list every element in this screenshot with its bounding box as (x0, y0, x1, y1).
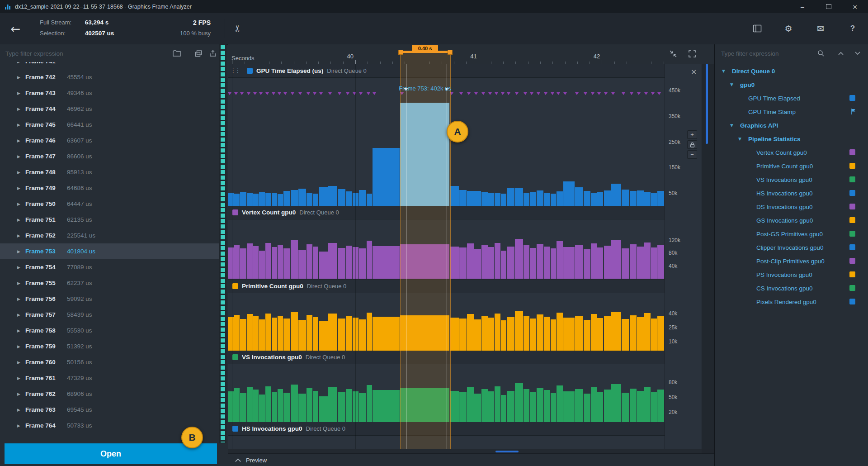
chart-bar[interactable] (544, 247, 550, 279)
chart-bar[interactable] (228, 247, 234, 279)
tree-item-ps-invocations-gpu0[interactable]: PS Invocations gpu0 (715, 268, 868, 281)
chart-bar[interactable] (557, 241, 563, 279)
chart-bar[interactable] (307, 244, 312, 279)
chart-bar[interactable] (283, 393, 290, 422)
chart-bar[interactable] (234, 194, 240, 206)
chart-bar[interactable] (557, 313, 563, 351)
chart-bar[interactable] (307, 193, 312, 206)
chart-bar[interactable] (544, 193, 550, 206)
tree-item-vertex-count-gpu0[interactable]: Vertex Count gpu0 (715, 146, 868, 159)
chart-bar[interactable] (637, 391, 644, 423)
chart-bar[interactable] (259, 251, 265, 279)
expand-arrow-icon[interactable]: ▶ (17, 408, 25, 412)
expand-arrow-icon[interactable]: ▶ (17, 75, 25, 80)
chart-bar[interactable] (450, 318, 459, 351)
frame-list-item[interactable]: ▶Frame 76147329 us (0, 370, 219, 386)
chart-bar[interactable] (622, 248, 629, 279)
tree-item-gpu0[interactable]: ▼gpu0 (715, 78, 868, 91)
frame-list-item[interactable]: ▶Frame 75064447 us (0, 196, 219, 212)
chart-bar[interactable] (501, 395, 506, 422)
chart-bar[interactable] (359, 393, 366, 422)
expand-arrow-icon[interactable]: ▶ (17, 233, 25, 238)
chart-bar[interactable] (253, 246, 259, 279)
chart-bar[interactable] (367, 313, 372, 351)
chart-bar[interactable] (524, 389, 529, 422)
chart-bar[interactable] (575, 187, 584, 206)
expand-arrow-icon[interactable]: ▶ (17, 376, 25, 380)
chart-bar[interactable] (604, 390, 611, 422)
chart-bar[interactable] (637, 317, 644, 351)
chart-bar[interactable] (328, 314, 337, 351)
chart-bar[interactable] (501, 320, 506, 351)
tree-item-post-clip-primitives-gpu0[interactable]: Post-Clip Primitives gpu0 (715, 254, 868, 268)
chart-bar[interactable] (259, 395, 265, 422)
chart-bar[interactable] (630, 315, 637, 351)
chart-bar[interactable] (319, 396, 328, 422)
frame-list-item[interactable]: ▶Frame 74349346 us (0, 85, 219, 101)
chart-header-hs-invocations[interactable]: HS Invocations gpu0 Direct Queue 0 (228, 422, 665, 436)
chart-bar[interactable] (247, 243, 253, 279)
expand-arrow-icon[interactable]: ▶ (17, 218, 25, 222)
feedback-button[interactable]: ✉ (812, 20, 829, 37)
close-button[interactable]: × (842, 0, 868, 13)
expand-arrow-icon[interactable]: ▶ (17, 186, 25, 190)
chart-bar[interactable] (240, 192, 246, 206)
chart-bar[interactable] (644, 313, 651, 351)
chart-bar[interactable] (584, 191, 590, 206)
capture-folder-button[interactable] (171, 48, 183, 59)
chart-bar[interactable] (622, 319, 629, 351)
chart-bar[interactable] (501, 251, 506, 279)
chart-bar[interactable] (591, 314, 597, 351)
chart-bar[interactable] (234, 388, 240, 422)
collapse-arrow-icon[interactable]: ▼ (730, 123, 740, 128)
frame-list-item[interactable]: ▶Frame 753401804 us (0, 243, 219, 259)
chart-bar[interactable] (530, 192, 536, 206)
expand-arrow-icon[interactable]: ▶ (17, 62, 25, 64)
chart-bar[interactable] (253, 316, 259, 351)
multiframe-view-button[interactable] (193, 48, 204, 59)
chart-bar[interactable] (551, 319, 556, 351)
tree-item-gs-invocations-gpu0[interactable]: GS Invocations gpu0 (715, 214, 868, 227)
chart-bar[interactable] (353, 193, 359, 206)
chart-bar[interactable] (495, 386, 500, 422)
series-color-swatch[interactable] (247, 68, 253, 74)
chart-bar[interactable] (563, 247, 575, 279)
chart-bar[interactable] (507, 188, 515, 206)
trim-capture-button[interactable]: ✂ (230, 21, 245, 36)
close-chart-button[interactable]: × (688, 67, 698, 76)
chart-bar[interactable] (495, 193, 500, 206)
frame-list-item[interactable]: ▶Frame 76050156 us (0, 354, 219, 370)
chart-bar[interactable] (328, 186, 337, 206)
open-button[interactable]: Open (5, 443, 217, 464)
tree-item-post-gs-primitives-gpu0[interactable]: Post-GS Primitives gpu0 (715, 227, 868, 241)
chart-bar[interactable] (247, 314, 253, 351)
chart-bar[interactable] (644, 387, 651, 422)
frame-list-item[interactable]: ▶Frame 74446962 us (0, 101, 219, 117)
chart-bar[interactable] (495, 314, 500, 351)
chart-bar[interactable] (657, 316, 664, 351)
fit-to-view-button[interactable] (668, 48, 679, 59)
chart-bar[interactable] (657, 390, 664, 422)
chart-bar[interactable] (259, 192, 265, 206)
frame-list-item[interactable]: ▶Frame 75562237 us (0, 275, 219, 291)
chart-bar[interactable] (524, 193, 529, 206)
chart-bar[interactable] (630, 244, 637, 279)
tree-item-direct-queue-0[interactable]: ▼Direct Queue 0 (715, 64, 868, 78)
chart-bar[interactable] (488, 318, 494, 351)
chart-bar[interactable] (367, 241, 372, 279)
chart-bar[interactable] (644, 192, 651, 206)
chart-bar[interactable] (591, 193, 597, 206)
chart-bar[interactable] (247, 193, 253, 206)
expand-arrow-icon[interactable]: ▶ (17, 297, 25, 301)
chart-bar[interactable] (488, 247, 494, 279)
expand-arrow-icon[interactable]: ▶ (17, 392, 25, 396)
chart-bar[interactable] (495, 243, 500, 279)
chart-bar[interactable] (611, 240, 622, 279)
chart-bar[interactable] (278, 389, 283, 422)
chart-bar[interactable] (353, 391, 359, 422)
frame-list-item[interactable]: ▶Frame 75951392 us (0, 338, 219, 354)
chart-bar[interactable] (259, 319, 265, 351)
vs-invocations-chart-plot[interactable] (228, 364, 665, 422)
chart-header-gpu-time[interactable]: ⋮⋮ GPU Time Elapsed (us) Direct Queue 0 (228, 64, 665, 78)
chart-bar[interactable] (240, 248, 246, 279)
